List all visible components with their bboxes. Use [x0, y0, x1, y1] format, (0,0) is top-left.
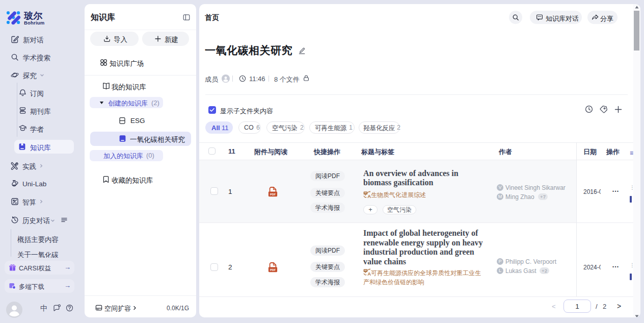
svg-text:A: A	[367, 193, 371, 198]
svg-text:PDF: PDF	[270, 268, 276, 271]
svg-text:PDF: PDF	[270, 193, 276, 196]
svg-text:A: A	[367, 271, 371, 276]
